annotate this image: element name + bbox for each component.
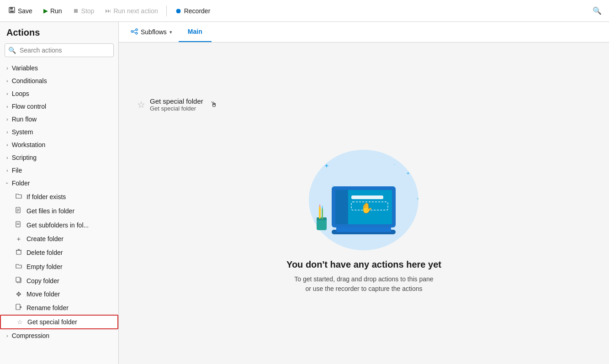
svg-rect-2 <box>10 11 14 12</box>
svg-text:✦: ✦ <box>332 184 334 187</box>
get-subfolders-label: Get subfolders in fol... <box>26 222 89 229</box>
recorder-button[interactable]: ⏺ Recorder <box>170 3 215 19</box>
copy-folder-label: Copy folder <box>26 277 59 285</box>
svg-line-21 <box>133 30 136 31</box>
sidebar-item-conditionals[interactable]: › Conditionals <box>0 74 118 87</box>
folder-items-list: If folder exists Get files in folder Get… <box>0 190 118 329</box>
svg-rect-35 <box>351 195 383 199</box>
list-item[interactable]: Rename folder <box>0 301 118 315</box>
subflows-chevron-icon: ▾ <box>169 29 172 35</box>
save-label: Save <box>18 7 32 15</box>
svg-text:✋: ✋ <box>360 202 373 214</box>
copy-folder-icon <box>15 276 23 285</box>
svg-point-18 <box>131 31 133 32</box>
chevron-right-icon: › <box>6 155 8 160</box>
list-item[interactable]: Empty folder <box>0 259 118 274</box>
compression-label: Compression <box>12 332 49 339</box>
main-layout: Actions 🔍 › Variables › Conditionals › L… <box>0 22 609 364</box>
svg-rect-10 <box>16 250 21 254</box>
chevron-right-icon: › <box>6 116 8 122</box>
svg-text:✦: ✦ <box>393 163 396 166</box>
svg-rect-34 <box>335 190 348 224</box>
save-icon <box>8 6 16 16</box>
get-subfolders-icon <box>15 221 23 229</box>
delete-folder-label: Delete folder <box>26 249 63 256</box>
run-next-icon: ⏭ <box>105 7 111 14</box>
tabs-bar: Subflows ▾ Main <box>119 22 609 42</box>
stop-icon: ⏹ <box>73 7 79 14</box>
list-item[interactable]: Copy folder <box>0 274 118 288</box>
empty-state-subtitle: To get started, drag and drop actions to… <box>294 274 433 294</box>
svg-point-19 <box>136 29 138 31</box>
scripting-label: Scripting <box>12 154 37 161</box>
get-special-folder-label: Get special folder <box>27 318 77 326</box>
create-folder-label: Create folder <box>26 235 64 243</box>
empty-state: ✦ ✦ ✦ ✦ ✦ ✦ <box>286 79 441 355</box>
toolbar-separator <box>166 5 167 16</box>
sidebar-item-run-flow[interactable]: › Run flow <box>0 113 118 126</box>
subflows-label: Subflows <box>141 28 167 36</box>
search-input[interactable] <box>5 43 114 57</box>
get-special-folder-icon: ☆ <box>16 318 24 326</box>
variables-label: Variables <box>12 64 38 72</box>
chevron-down-icon: › <box>5 182 10 184</box>
conditionals-label: Conditionals <box>12 77 47 84</box>
move-folder-label: Move folder <box>26 290 60 298</box>
chevron-right-icon: › <box>6 78 8 84</box>
list-item[interactable]: + Create folder <box>0 232 118 245</box>
stop-button[interactable]: ⏹ Stop <box>69 3 99 19</box>
empty-folder-icon <box>15 262 23 271</box>
content-area: Subflows ▾ Main ☆ Get special folder Get… <box>119 22 609 364</box>
drag-hint-title[interactable]: Get special folder <box>150 97 203 105</box>
svg-rect-15 <box>16 304 20 310</box>
toolbar: Save ▶ Run ⏹ Stop ⏭ Run next action ⏺ Re… <box>0 0 609 22</box>
loops-label: Loops <box>12 90 29 97</box>
rename-folder-icon <box>15 303 23 312</box>
svg-point-20 <box>136 32 138 34</box>
get-special-folder-item[interactable]: ☆ Get special folder <box>0 315 118 329</box>
run-button[interactable]: ▶ Run <box>39 3 67 19</box>
tab-main[interactable]: Main <box>179 22 212 42</box>
drag-hint-text: Get special folder Get special folder <box>150 97 203 112</box>
sidebar-item-loops[interactable]: › Loops <box>0 87 118 100</box>
stop-label: Stop <box>81 7 95 15</box>
list-item[interactable]: Delete folder <box>0 245 118 259</box>
svg-rect-14 <box>16 277 20 282</box>
recorder-icon: ⏺ <box>175 7 182 15</box>
chevron-right-icon: › <box>6 168 8 173</box>
chevron-right-icon: › <box>6 129 8 135</box>
sidebar-item-folder[interactable]: › Folder <box>0 177 118 190</box>
list-item[interactable]: ✥ Move folder <box>0 288 118 301</box>
svg-line-22 <box>133 32 136 33</box>
tab-subflows[interactable]: Subflows ▾ <box>124 22 179 42</box>
delete-folder-icon <box>15 248 23 257</box>
search-box-icon: 🔍 <box>8 47 16 54</box>
run-next-action-button[interactable]: ⏭ Run next action <box>101 3 162 19</box>
sidebar-item-system[interactable]: › System <box>0 126 118 138</box>
save-button[interactable]: Save <box>4 3 37 19</box>
drag-hint-star-icon: ☆ <box>137 99 145 110</box>
sidebar-item-variables[interactable]: › Variables <box>0 62 118 74</box>
sidebar-item-compression[interactable]: › Compression <box>0 329 118 342</box>
empty-folder-label: Empty folder <box>26 263 63 270</box>
svg-text:✦: ✦ <box>406 171 410 176</box>
sidebar-item-scripting[interactable]: › Scripting <box>0 151 118 164</box>
list-item[interactable]: Get files in folder <box>0 204 118 218</box>
chevron-right-icon: › <box>6 142 8 148</box>
sidebar-item-workstation[interactable]: › Workstation <box>0 138 118 151</box>
global-search-button[interactable]: 🔍 <box>589 3 605 19</box>
run-flow-label: Run flow <box>12 116 37 123</box>
rename-folder-label: Rename folder <box>26 304 69 311</box>
sidebar-item-file[interactable]: › File <box>0 164 118 177</box>
search-box: 🔍 <box>5 43 114 57</box>
run-icon: ▶ <box>43 7 48 14</box>
get-files-icon <box>15 206 23 215</box>
empty-state-title: You don't have any actions here yet <box>286 259 441 270</box>
global-search-icon: 🔍 <box>593 6 602 15</box>
list-item[interactable]: If folder exists <box>0 190 118 204</box>
drag-hint-subtitle: Get special folder <box>150 105 203 112</box>
get-files-label: Get files in folder <box>26 207 74 215</box>
list-item[interactable]: Get subfolders in fol... <box>0 218 118 232</box>
sidebar-item-flow-control[interactable]: › Flow control <box>0 100 118 113</box>
folder-label: Folder <box>12 179 30 187</box>
